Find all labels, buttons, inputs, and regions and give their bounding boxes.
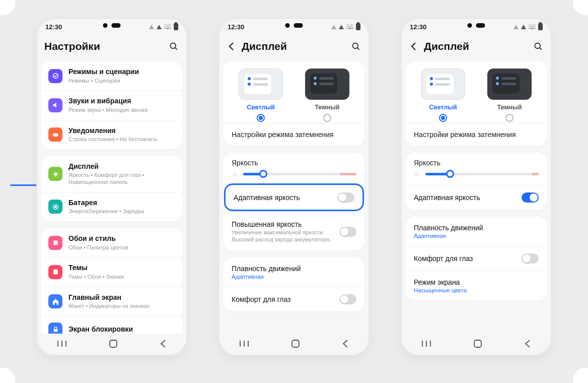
phone-display-2: 12:30 Дисплей Светлый Темный Настройки bbox=[401, 18, 552, 356]
eye-comfort-row[interactable]: Комфорт для глаз bbox=[406, 246, 547, 271]
settings-row-subtitle: Режимы • Сценарии bbox=[68, 78, 175, 85]
svg-line-10 bbox=[57, 175, 57, 176]
sound-icon bbox=[48, 98, 62, 112]
settings-row-subtitle: Макет • Индикаторы на значках bbox=[68, 303, 175, 310]
brightness-slider[interactable] bbox=[243, 173, 356, 175]
recents-icon[interactable] bbox=[422, 340, 431, 349]
theme-light-option[interactable]: Светлый bbox=[410, 69, 476, 122]
signal-icon bbox=[157, 25, 162, 29]
dark-mode-settings-row[interactable]: Настройки режима затемнения bbox=[406, 123, 547, 146]
svg-point-4 bbox=[54, 173, 57, 175]
svg-line-1 bbox=[175, 48, 177, 50]
theme-dark-option[interactable]: Темный bbox=[294, 69, 360, 122]
screen-mode-row[interactable]: Режим экрана Насыщенные цвета bbox=[406, 271, 547, 300]
svg-line-9 bbox=[53, 172, 54, 172]
settings-row-title: Батарея bbox=[68, 199, 175, 208]
dark-mode-settings-row[interactable]: Настройки режима затемнения bbox=[224, 123, 364, 146]
back-icon[interactable] bbox=[227, 41, 237, 51]
svg-rect-33 bbox=[474, 340, 481, 347]
settings-row-title: Звуки и вибрация bbox=[68, 97, 175, 106]
display-icon bbox=[48, 167, 62, 181]
theme-dark-option[interactable]: Темный bbox=[476, 69, 543, 122]
phone-settings: 12:30 Настройки Режимы и сценарииРежимы … bbox=[36, 18, 187, 356]
toggle-off[interactable] bbox=[337, 193, 354, 203]
wifi-icon bbox=[164, 24, 171, 29]
home-icon[interactable] bbox=[291, 340, 300, 350]
svg-point-22 bbox=[352, 43, 358, 48]
extra-brightness-row[interactable]: Повышенная яркость Увеличение максимальн… bbox=[224, 213, 364, 250]
recents-icon[interactable] bbox=[240, 340, 249, 349]
svg-rect-17 bbox=[53, 329, 57, 332]
wall-icon bbox=[48, 236, 62, 250]
modes-icon bbox=[48, 69, 62, 83]
recents-icon[interactable] bbox=[57, 340, 66, 349]
battery-icon bbox=[174, 23, 178, 30]
back-icon[interactable] bbox=[409, 41, 419, 51]
back-icon[interactable] bbox=[160, 340, 166, 350]
radio-selected[interactable] bbox=[257, 114, 265, 122]
svg-point-0 bbox=[170, 43, 176, 48]
signal-icon bbox=[149, 25, 154, 29]
home-icon bbox=[48, 294, 62, 308]
settings-row-sound[interactable]: Звуки и вибрацияРежим звука • Мелодия зв… bbox=[41, 90, 182, 119]
motion-smoothness-row[interactable]: Плавность движений Адаптивная bbox=[224, 258, 364, 287]
page-title: Настройки bbox=[44, 40, 163, 52]
settings-row-title: Экран блокировки bbox=[68, 325, 175, 334]
status-bar: 12:30 bbox=[36, 18, 187, 35]
settings-row-battery[interactable]: БатареяЭнергосбережение • Зарядка bbox=[41, 192, 182, 221]
settings-row-subtitle: Строка состояния • Не беспокоить bbox=[68, 136, 175, 143]
android-navbar bbox=[218, 334, 370, 356]
status-bar: 12:30 bbox=[401, 18, 552, 35]
back-icon[interactable] bbox=[342, 340, 348, 350]
toggle-off[interactable] bbox=[339, 294, 356, 304]
lock-icon bbox=[48, 323, 62, 334]
radio-selected[interactable] bbox=[439, 114, 447, 122]
settings-row-display[interactable]: ДисплейЯркость • Комфорт для глаз • Нави… bbox=[41, 156, 182, 192]
settings-row-notif[interactable]: УведомленияСтрока состояния • Не беспоко… bbox=[41, 120, 182, 149]
settings-row-subtitle: Режим звука • Мелодия звонка bbox=[68, 107, 175, 114]
svg-rect-3 bbox=[53, 133, 58, 136]
settings-row-themes[interactable]: ТемыТемы • Обои • Значки bbox=[41, 257, 182, 286]
brightness-label: Яркость bbox=[224, 153, 364, 168]
home-icon[interactable] bbox=[474, 340, 482, 350]
home-icon[interactable] bbox=[109, 340, 117, 350]
status-bar: 12:30 bbox=[218, 18, 370, 35]
search-icon[interactable] bbox=[533, 41, 544, 52]
settings-row-wall[interactable]: Обои и стильОбои • Палитра цветов bbox=[41, 228, 182, 257]
settings-row-title: Режимы и сценарии bbox=[68, 68, 175, 77]
adaptive-brightness-row[interactable]: Адаптивная яркость bbox=[406, 185, 547, 210]
settings-row-lock[interactable]: Экран блокировки bbox=[41, 316, 182, 334]
brightness-label: Яркость bbox=[406, 153, 547, 168]
toggle-off[interactable] bbox=[339, 227, 356, 237]
svg-point-28 bbox=[535, 43, 540, 48]
svg-line-23 bbox=[357, 48, 359, 50]
phone-display-1: 12:30 Дисплей Светлый Темный Настройки bbox=[218, 18, 370, 356]
battery-icon bbox=[48, 200, 62, 214]
brightness-low-icon: ☼ bbox=[232, 170, 238, 178]
settings-row-modes[interactable]: Режимы и сценарииРежимы • Сценарии bbox=[41, 61, 182, 90]
back-icon[interactable] bbox=[525, 340, 531, 350]
radio-unselected[interactable] bbox=[505, 114, 513, 122]
eye-comfort-row[interactable]: Комфорт для глаз bbox=[224, 287, 364, 311]
adaptive-brightness-row[interactable]: Адаптивная яркость bbox=[226, 185, 362, 210]
settings-row-title: Дисплей bbox=[68, 162, 175, 171]
settings-row-home[interactable]: Главный экранМакет • Индикаторы на значк… bbox=[41, 287, 182, 316]
status-time: 12:30 bbox=[410, 23, 426, 31]
radio-unselected[interactable] bbox=[323, 114, 331, 122]
svg-rect-16 bbox=[53, 270, 58, 275]
toggle-off[interactable] bbox=[522, 253, 539, 264]
settings-row-title: Темы bbox=[68, 264, 175, 273]
search-icon[interactable] bbox=[350, 41, 361, 52]
settings-row-subtitle: Обои • Палитра цветов bbox=[68, 244, 175, 251]
page-title: Дисплей bbox=[242, 40, 345, 52]
motion-smoothness-row[interactable]: Плавность движений Адаптивная bbox=[406, 217, 547, 246]
toggle-on[interactable] bbox=[522, 193, 539, 203]
brightness-slider[interactable] bbox=[425, 173, 539, 175]
settings-row-title: Уведомления bbox=[68, 126, 175, 136]
theme-light-option[interactable]: Светлый bbox=[228, 69, 294, 122]
svg-line-12 bbox=[53, 175, 54, 176]
search-icon[interactable] bbox=[168, 41, 179, 52]
svg-point-14 bbox=[54, 206, 56, 208]
svg-rect-27 bbox=[292, 340, 299, 347]
svg-line-11 bbox=[57, 172, 57, 172]
